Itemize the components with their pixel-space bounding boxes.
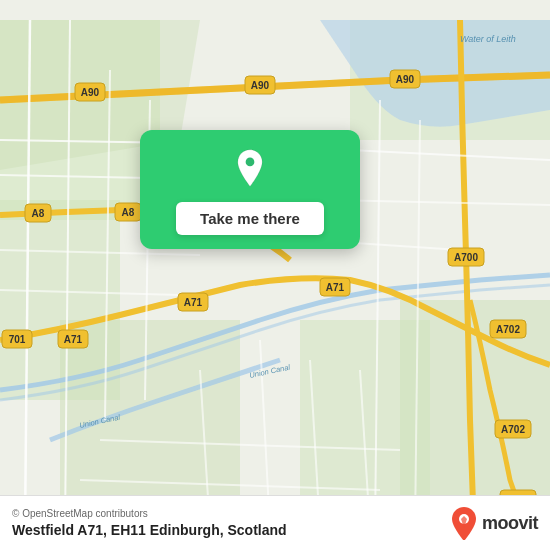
svg-text:Water of Leith: Water of Leith	[460, 34, 516, 44]
moovit-label: moovit	[482, 513, 538, 534]
svg-text:A90: A90	[396, 74, 415, 85]
svg-text:A71: A71	[64, 334, 83, 345]
moovit-brand-icon	[450, 506, 478, 540]
map-svg: A90 A90 A90 A8 A8 A71 A71 A71 A700 A702 …	[0, 0, 550, 550]
svg-text:A90: A90	[81, 87, 100, 98]
svg-text:A702: A702	[496, 324, 520, 335]
svg-text:A702: A702	[501, 424, 525, 435]
svg-text:A700: A700	[454, 252, 478, 263]
map-container: A90 A90 A90 A8 A8 A71 A71 A71 A700 A702 …	[0, 0, 550, 550]
svg-point-55	[246, 158, 255, 167]
svg-text:A8: A8	[32, 208, 45, 219]
svg-line-18	[330, 200, 550, 205]
location-info: © OpenStreetMap contributors Westfield A…	[12, 508, 287, 538]
take-me-there-button[interactable]: Take me there	[176, 202, 324, 235]
svg-text:A90: A90	[251, 80, 270, 91]
osm-credit: © OpenStreetMap contributors	[12, 508, 287, 519]
location-card: Take me there	[140, 130, 360, 249]
bottom-bar: © OpenStreetMap contributors Westfield A…	[0, 495, 550, 550]
svg-text:701: 701	[9, 334, 26, 345]
moovit-logo: moovit	[450, 506, 538, 540]
svg-text:A8: A8	[122, 207, 135, 218]
pin-icon	[230, 148, 270, 188]
svg-text:A71: A71	[326, 282, 345, 293]
location-title: Westfield A71, EH11 Edinburgh, Scotland	[12, 522, 287, 538]
svg-text:A71: A71	[184, 297, 203, 308]
